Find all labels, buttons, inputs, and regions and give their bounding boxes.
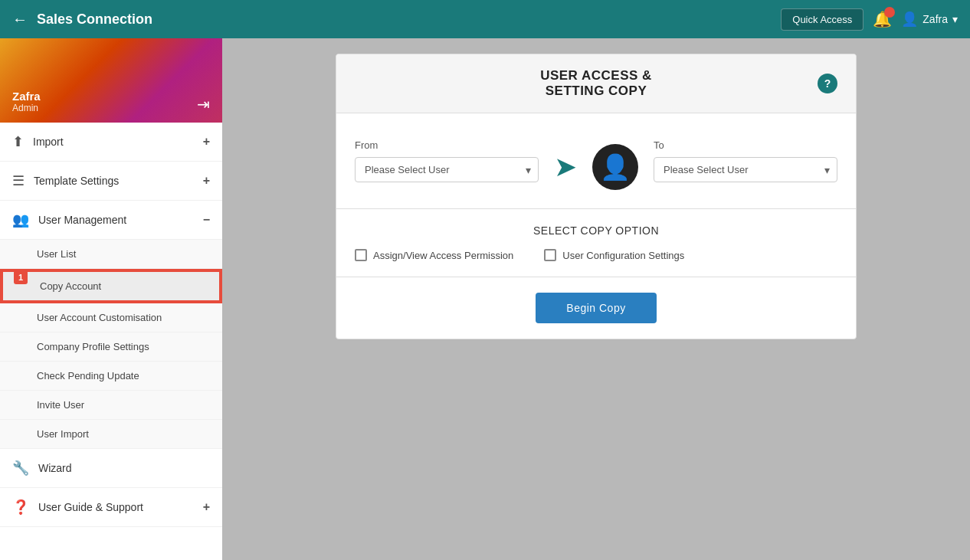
template-settings-icon: ☰	[12, 172, 25, 189]
import-icon: ⬆	[12, 133, 24, 150]
bell-badge	[884, 7, 895, 18]
import-label: Import	[33, 136, 64, 148]
begin-copy-section: Begin Copy	[336, 277, 856, 339]
import-toggle: +	[203, 135, 210, 149]
user-avatar-icon: 👤	[901, 11, 918, 28]
copy-options-section: SELECT COPY OPTION Assign/View Access Pe…	[336, 209, 856, 277]
sidebar-item-import[interactable]: ⬆ Import +	[0, 123, 222, 162]
header-left: ← Sales Connection	[12, 11, 152, 28]
arrow-right-icon: ➤	[554, 151, 577, 183]
to-group: To Please Select User ▾	[654, 139, 837, 182]
from-to-section: From Please Select User ▾ ➤ 👤 To	[336, 113, 856, 209]
sidebar-item-copy-account[interactable]: Copy Account	[2, 270, 221, 302]
sidebar-item-company-profile-settings[interactable]: Company Profile Settings	[0, 332, 222, 362]
user-guide-label: User Guide & Support	[38, 501, 143, 513]
header: ← Sales Connection Quick Access 🔔 👤 Zafr…	[0, 0, 970, 38]
checkbox-user-config-label: User Configuration Settings	[562, 250, 684, 261]
main-content: USER ACCESS & SETTING COPY ? From Please…	[222, 38, 970, 560]
sidebar-item-user-management[interactable]: 👥 User Management −	[0, 201, 222, 240]
bell-container: 🔔	[873, 10, 892, 28]
template-settings-toggle: +	[203, 174, 210, 188]
sidebar-item-user-guide[interactable]: ❓ User Guide & Support +	[0, 488, 222, 527]
checkbox-user-config-box[interactable]	[544, 249, 556, 261]
card: USER ACCESS & SETTING COPY ? From Please…	[336, 54, 857, 339]
to-user-select[interactable]: Please Select User	[654, 157, 837, 182]
sidebar-item-user-import[interactable]: User Import	[0, 420, 222, 449]
sidebar-user-info: Zafra Admin	[12, 90, 41, 113]
card-title: USER ACCESS & SETTING COPY	[516, 68, 677, 99]
user-guide-icon: ❓	[12, 499, 29, 516]
user-management-sub-items: User List 1 Copy Account User Account Cu…	[0, 240, 222, 449]
sidebar-item-copy-account-wrapper: 1 Copy Account	[0, 269, 222, 303]
from-group: From Please Select User ▾	[355, 139, 539, 182]
from-select-wrapper: Please Select User ▾	[355, 157, 539, 182]
checkbox-assign-label: Assign/View Access Permission	[373, 250, 513, 261]
quick-access-button[interactable]: Quick Access	[781, 8, 863, 31]
wizard-icon: 🔧	[12, 460, 29, 476]
wizard-label: Wizard	[38, 462, 72, 474]
user-management-label: User Management	[38, 214, 126, 226]
sidebar-item-check-pending-update[interactable]: Check Pending Update	[0, 362, 222, 391]
back-button[interactable]: ←	[12, 11, 28, 28]
to-label: To	[654, 139, 837, 151]
user-chevron-icon: ▾	[952, 13, 958, 25]
checkbox-user-config[interactable]: User Configuration Settings	[544, 249, 684, 261]
sidebar: Zafra Admin ⇥ ⬆ Import + ☰ Template Sett…	[0, 38, 222, 560]
app-title: Sales Connection	[37, 11, 152, 28]
sidebar-item-template-settings[interactable]: ☰ Template Settings +	[0, 162, 222, 201]
user-guide-toggle: +	[203, 500, 210, 514]
sidebar-item-invite-user[interactable]: Invite User	[0, 391, 222, 420]
layout: Zafra Admin ⇥ ⬆ Import + ☰ Template Sett…	[0, 38, 970, 560]
copy-options-title: SELECT COPY OPTION	[355, 224, 837, 237]
sidebar-item-wizard[interactable]: 🔧 Wizard	[0, 449, 222, 488]
card-header: USER ACCESS & SETTING COPY ?	[336, 54, 856, 113]
sidebar-role: Admin	[12, 103, 41, 113]
from-label: From	[355, 139, 539, 151]
template-settings-label: Template Settings	[34, 175, 119, 187]
step-badge: 1	[14, 270, 28, 284]
user-menu[interactable]: 👤 Zafra ▾	[901, 11, 958, 28]
sidebar-username: Zafra	[12, 90, 41, 103]
begin-copy-button[interactable]: Begin Copy	[536, 293, 656, 323]
user-management-toggle: −	[203, 213, 210, 227]
header-right: Quick Access 🔔 👤 Zafra ▾	[781, 8, 958, 31]
user-management-icon: 👥	[12, 211, 29, 228]
sidebar-item-user-list[interactable]: User List	[0, 240, 222, 269]
sidebar-user-area: Zafra Admin ⇥	[0, 38, 222, 123]
avatar-icon: 👤	[592, 144, 638, 190]
help-icon[interactable]: ?	[818, 74, 837, 93]
logout-icon[interactable]: ⇥	[197, 95, 210, 113]
from-user-select[interactable]: Please Select User	[355, 157, 539, 182]
to-select-wrapper: Please Select User ▾	[654, 157, 837, 182]
checkbox-assign-box[interactable]	[355, 249, 367, 261]
checkboxes-row: Assign/View Access Permission User Confi…	[355, 249, 837, 261]
user-circle-icon: 👤	[600, 152, 631, 182]
user-name-label: Zafra	[922, 13, 948, 25]
sidebar-item-user-account-customisation[interactable]: User Account Customisation	[0, 303, 222, 332]
checkbox-assign-access[interactable]: Assign/View Access Permission	[355, 249, 513, 261]
